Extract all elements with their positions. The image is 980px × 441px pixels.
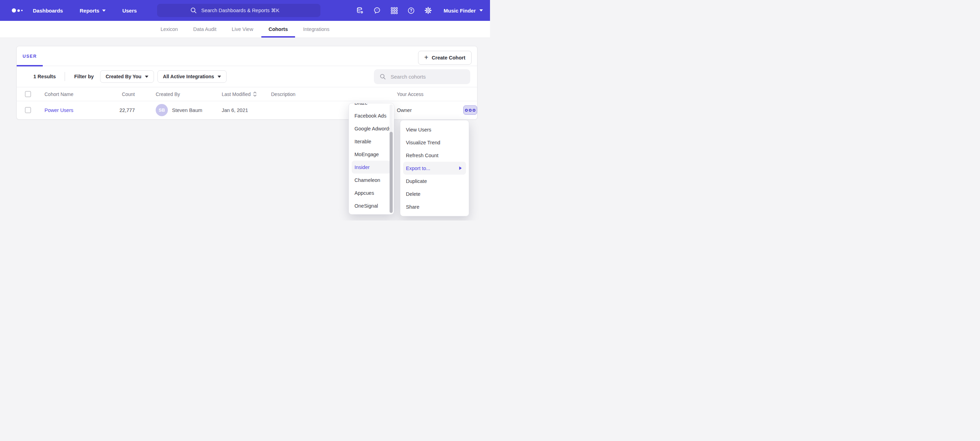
plus-icon: +	[424, 54, 428, 61]
chevron-down-icon	[218, 75, 221, 78]
sort-icon	[253, 91, 257, 97]
integrations-filter[interactable]: All Active Integrations	[158, 70, 227, 83]
row-context-menu: View Users Visualize Trend Refresh Count…	[400, 120, 469, 216]
menu-item-iterable[interactable]: Iterable	[349, 135, 394, 148]
menu-item-insider[interactable]: Insider	[352, 161, 391, 174]
tab-integrations[interactable]: Integrations	[303, 21, 329, 38]
column-cohort-name: Cohort Name	[45, 91, 103, 97]
menu-item-refresh-count[interactable]: Refresh Count	[400, 149, 469, 162]
menu-item-duplicate[interactable]: Duplicate	[400, 174, 469, 187]
feedback-chat-icon[interactable]	[373, 6, 381, 14]
column-your-access: Your Access	[397, 91, 477, 97]
access-value: Owner	[397, 107, 412, 113]
table-row: Power Users 22,777 SB Steven Baum Jan 6,…	[17, 101, 477, 119]
nav-item-reports[interactable]: Reports	[80, 8, 106, 14]
row-checkbox[interactable]	[25, 107, 31, 113]
export-destinations-menu: Braze Facebook Ads Google Adwords Iterab…	[348, 103, 394, 214]
nav-item-label: Reports	[80, 8, 99, 14]
account-label: Music Finder	[444, 8, 476, 14]
menu-item-chameleon[interactable]: Chameleon	[349, 174, 394, 187]
created-by-cell: SB Steven Baum	[135, 104, 222, 116]
menu-item-view-users[interactable]: View Users	[400, 123, 469, 136]
menu-item-google-adwords[interactable]: Google Adwords	[349, 122, 394, 135]
created-by-filter[interactable]: Created By You	[100, 70, 154, 83]
top-navbar: Dashboards Reports Users	[0, 0, 490, 21]
last-modified-cell: Jan 6, 2021	[222, 107, 271, 113]
chevron-down-icon	[102, 10, 106, 12]
primary-nav: Dashboards Reports Users	[33, 8, 137, 14]
menu-item-onesignal[interactable]: OneSignal	[349, 199, 394, 212]
ellipsis-icon	[465, 109, 468, 112]
menu-item-delete[interactable]: Delete	[400, 187, 469, 200]
global-search-input[interactable]	[200, 7, 287, 14]
your-access-cell: Owner	[397, 105, 477, 115]
row-actions-button[interactable]	[463, 105, 477, 115]
divider	[65, 72, 65, 81]
column-created-by: Created By	[135, 91, 222, 97]
results-count: 1 Results	[33, 74, 56, 79]
menu-item-facebook-ads[interactable]: Facebook Ads	[349, 109, 394, 122]
row-checkbox-cell	[25, 107, 45, 113]
cohort-name-cell: Power Users	[45, 107, 103, 113]
column-last-modified[interactable]: Last Modified	[222, 91, 271, 97]
chevron-down-icon	[479, 9, 483, 12]
brand-logo-icon[interactable]	[12, 8, 22, 13]
filter-by-label: Filter by	[74, 74, 94, 79]
tab-cohorts[interactable]: Cohorts	[269, 21, 288, 38]
submenu-arrow-icon	[459, 166, 462, 170]
header-checkbox-cell	[25, 91, 45, 97]
data-management-icon[interactable]	[356, 6, 364, 14]
filter-toolbar: 1 Results Filter by Created By You All A…	[17, 66, 477, 87]
chevron-down-icon	[145, 75, 148, 78]
table-header: Cohort Name Count Created By Last Modifi…	[17, 87, 477, 101]
menu-item-moengage[interactable]: MoEngage	[349, 148, 394, 161]
column-description: Description	[271, 91, 397, 97]
tab-lexicon[interactable]: Lexicon	[161, 21, 178, 38]
search-icon	[380, 74, 386, 80]
select-all-checkbox[interactable]	[25, 91, 31, 97]
menu-item-braze[interactable]: Braze	[349, 103, 394, 109]
cohort-type-tabs: USER + Create Cohort	[17, 46, 477, 66]
nav-item-label: Dashboards	[33, 8, 63, 14]
page: Dashboards Reports Users	[0, 0, 490, 220]
global-search-bar[interactable]	[157, 4, 320, 17]
tab-data-audit[interactable]: Data Audit	[193, 21, 216, 38]
menu-item-visualize-trend[interactable]: Visualize Trend	[400, 136, 469, 149]
avatar: SB	[156, 104, 168, 116]
settings-gear-icon[interactable]	[424, 6, 432, 14]
nav-item-label: Users	[123, 8, 137, 14]
cohorts-card: USER + Create Cohort 1 Results Filter by…	[16, 46, 477, 120]
svg-text:?: ?	[410, 8, 412, 13]
nav-item-dashboards[interactable]: Dashboards	[33, 8, 63, 14]
creator-name: Steven Baum	[172, 107, 202, 113]
menu-item-export-to[interactable]: Export to...	[403, 162, 466, 174]
search-icon	[190, 7, 197, 14]
cohort-name-link[interactable]: Power Users	[45, 107, 73, 113]
navbar-right-icons: ? Music Finder	[356, 6, 484, 14]
secondary-nav: Lexicon Data Audit Live View Cohorts Int…	[0, 21, 490, 38]
account-menu[interactable]: Music Finder	[444, 8, 483, 14]
create-cohort-button[interactable]: + Create Cohort	[418, 51, 472, 65]
tab-live-view[interactable]: Live View	[232, 21, 253, 38]
tab-user-cohorts[interactable]: USER	[17, 46, 43, 66]
cohort-search-input[interactable]	[390, 74, 465, 80]
scrollbar-track	[390, 104, 393, 213]
cohort-count-cell: 22,777	[103, 107, 135, 113]
apps-grid-icon[interactable]	[390, 6, 398, 14]
scrollbar-thumb[interactable]	[390, 132, 393, 213]
nav-item-users[interactable]: Users	[123, 8, 137, 14]
column-count: Count	[103, 91, 135, 97]
export-destinations-list: Braze Facebook Ads Google Adwords Iterab…	[349, 103, 394, 212]
menu-item-share[interactable]: Share	[400, 200, 469, 213]
menu-item-appcues[interactable]: Appcues	[349, 187, 394, 199]
cohort-search-bar[interactable]	[374, 69, 470, 84]
help-icon[interactable]: ?	[407, 6, 415, 14]
